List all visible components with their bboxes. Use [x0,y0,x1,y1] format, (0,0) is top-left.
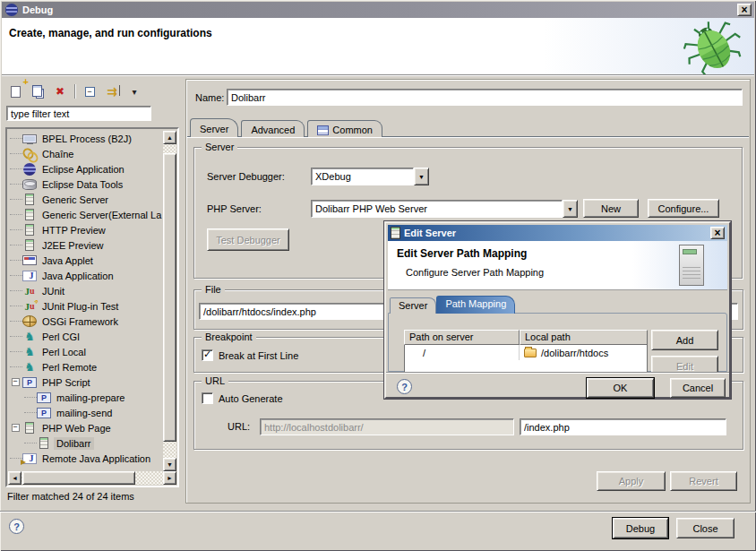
help-icon[interactable] [397,379,412,394]
tree-item-chaine[interactable]: Chaîne [8,146,163,161]
ok-button[interactable]: OK [587,378,654,398]
collapse-expander-icon[interactable] [12,424,20,432]
tree-item-perl-local[interactable]: Perl Local [8,344,163,359]
vertical-scrollbar[interactable]: ▲ ▼ [163,131,176,471]
edit-server-title: Edit Server [404,228,456,238]
debug-dialog-window: Debug Create, manage, and run configurat… [0,0,756,551]
path-mapping-table: Path on server Local path / /dolibarr/ht… [404,330,648,373]
scroll-down-icon[interactable]: ▼ [163,458,176,471]
scroll-left-icon[interactable]: ◄ [8,471,21,485]
configurations-panel: BPEL Process (B2J) Chaîne Eclipse Applic… [4,79,182,504]
cancel-button[interactable]: Cancel [670,378,726,398]
scroll-up-icon[interactable]: ▲ [163,131,176,144]
eclipse-application-icon [22,162,37,176]
tab-common[interactable]: Common [307,120,382,137]
horizontal-scrollbar[interactable]: ◄ ► [8,471,176,485]
table-header-row: Path on server Local path [404,330,648,345]
help-icon[interactable] [9,519,24,534]
perl-icon [22,345,37,359]
tree-item-perl-cgi[interactable]: Perl CGI [8,329,163,344]
tree-item-eclipse-application[interactable]: Eclipse Application [8,161,163,176]
tab-path-mapping[interactable]: Path Mapping [436,296,515,314]
menu-dropdown-icon[interactable] [125,82,144,101]
server-icon [22,193,37,207]
tab-advanced[interactable]: Advanced [241,120,305,137]
delete-configuration-icon[interactable] [50,82,70,101]
close-icon[interactable] [710,227,725,239]
tree-item-remote-java-application[interactable]: Remote Java Application [8,451,163,466]
edit-server-header: Edit Server Path Mapping Configure Serve… [388,241,727,290]
server-debugger-combo[interactable]: XDebug [311,168,429,185]
tree-item-php-web-page[interactable]: PHP Web Page [8,420,163,435]
tree-item-bpel-process[interactable]: BPEL Process (B2J) [8,131,163,146]
duplicate-configuration-icon[interactable] [28,82,47,101]
tree-item-http-preview[interactable]: HTTP Preview [8,222,163,237]
scroll-right-icon[interactable]: ► [163,471,176,485]
edit-server-subheading: Configure Server Path Mapping [406,267,544,278]
tree-item-dolibarr[interactable]: Dolibarr [8,435,163,451]
tree-item-java-application[interactable]: Java Application [8,268,163,283]
banner-title: Create, manage, and run configurations [9,27,212,39]
new-server-button[interactable]: New [583,199,639,218]
perl-icon [22,330,37,344]
tree-item-osgi-framework[interactable]: OSGi Framework [8,314,163,329]
revert-button: Revert [670,471,737,491]
java-application-icon [22,271,37,281]
add-mapping-button[interactable]: Add [651,330,718,350]
tree-item-perl-remote[interactable]: Perl Remote [8,359,163,375]
chain-icon [22,147,37,161]
debug-button[interactable]: Debug [613,518,668,538]
tab-server[interactable]: Server [190,118,238,137]
perl-icon [22,360,37,375]
server-icon [22,421,37,435]
apply-button: Apply [597,471,666,491]
php-server-combo[interactable]: Dolibarr PHP Web Server [311,200,578,218]
chevron-down-icon[interactable] [414,168,429,185]
tree-item-junit[interactable]: JUnit [8,283,163,298]
close-icon[interactable] [737,4,752,16]
tab-server-settings[interactable]: Server [390,297,436,314]
filter-input[interactable] [6,106,151,121]
chevron-down-icon[interactable] [563,200,578,218]
tree-item-java-applet[interactable]: Java Applet [8,253,163,268]
column-local-path[interactable]: Local path [520,330,648,345]
break-first-line-checkbox[interactable] [202,349,213,361]
close-button[interactable]: Close [676,518,735,538]
table-body: / /dolibarr/htdocs [404,345,648,373]
edit-server-dialog: Edit Server Edit Server Path Mapping Con… [384,221,731,399]
column-path-on-server[interactable]: Path on server [404,330,520,345]
auto-generate-row: Auto Generate [202,392,283,404]
breakpoint-group-label: Breakpoint [202,331,256,342]
tree-item-junit-plugin-test[interactable]: JUnit Plug-in Test [8,298,163,314]
new-configuration-icon[interactable] [5,82,25,101]
name-label: Name: [195,92,224,103]
filter-icon[interactable] [102,82,122,101]
name-input[interactable] [227,89,743,106]
toolbar-separator [74,84,75,99]
window-title: Debug [22,4,53,15]
tree-item-generic-server[interactable]: Generic Server [8,192,163,207]
vertical-scroll-thumb[interactable] [163,153,176,442]
url-path-input[interactable] [520,418,726,435]
tree-item-generic-server-external[interactable]: Generic Server(External La [8,207,163,222]
tree-item-eclipse-data-tools[interactable]: Eclipse Data Tools [8,176,163,192]
configuration-tree: BPEL Process (B2J) Chaîne Eclipse Applic… [5,127,179,487]
auto-generate-checkbox[interactable] [202,392,213,404]
table-row[interactable]: / /dolibarr/htdocs [405,345,647,360]
tree-item-j2ee-preview[interactable]: J2EE Preview [8,237,163,253]
server-icon [22,238,37,253]
tree-item-mailing-prepare[interactable]: mailing-prepare [8,390,163,405]
server-icon [37,436,51,451]
configure-server-button[interactable]: Configure... [648,199,719,218]
edit-server-tabs: Server Path Mapping [390,296,515,314]
tree-item-php-script[interactable]: PHP Script [8,375,163,390]
tree-item-mailing-send[interactable]: mailing-send [8,405,163,420]
remote-java-icon [22,453,37,464]
junit-icon [22,284,37,298]
collapse-expander-icon[interactable] [12,378,20,386]
bpel-icon [22,134,37,143]
debug-bug-icon [683,19,745,74]
collapse-all-icon[interactable] [80,82,99,101]
horizontal-scroll-thumb[interactable] [22,471,135,485]
break-first-line-label: Break at First Line [219,350,298,361]
